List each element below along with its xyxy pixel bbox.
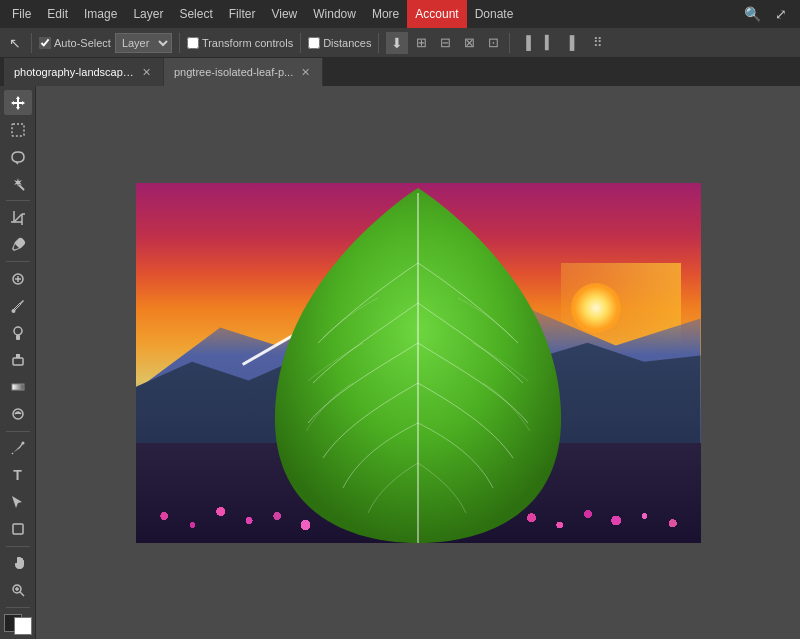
svg-line-22: [20, 592, 24, 596]
align-center-h-icon[interactable]: ⊟: [434, 32, 456, 54]
menu-account[interactable]: Account: [407, 0, 466, 28]
menu-edit[interactable]: Edit: [39, 0, 76, 28]
menu-file[interactable]: File: [4, 0, 39, 28]
tab-leaf-name: pngtree-isolated-leaf-p...: [174, 66, 293, 78]
tab-leaf-close[interactable]: ✕: [299, 66, 312, 79]
tab-landscape-close[interactable]: ✕: [140, 66, 153, 79]
menu-image[interactable]: Image: [76, 0, 125, 28]
distribute-right-icon[interactable]: ▌: [563, 32, 585, 54]
tool-sep4: [6, 546, 30, 547]
menu-bar: File Edit Image Layer Select Filter View…: [0, 0, 800, 28]
transform-controls-checkbox[interactable]: [187, 37, 199, 49]
svg-rect-16: [12, 384, 24, 390]
distribute-center-icon[interactable]: ▍: [539, 32, 561, 54]
distribute-equal-icon[interactable]: ⠿: [587, 32, 609, 54]
align-tools: ⬇ ⊞ ⊟ ⊠ ⊡ ▐ ▍ ▌ ⠿: [386, 32, 609, 54]
hand-tool[interactable]: [4, 551, 32, 576]
menu-window[interactable]: Window: [305, 0, 364, 28]
divider3: [300, 33, 301, 53]
menu-layer[interactable]: Layer: [125, 0, 171, 28]
dodge-tool[interactable]: [4, 401, 32, 426]
svg-rect-15: [13, 358, 23, 365]
zoom-tool[interactable]: [4, 578, 32, 603]
svg-point-18: [21, 441, 24, 444]
text-tool[interactable]: T: [4, 462, 32, 487]
menu-donate[interactable]: Donate: [467, 0, 522, 28]
background-color[interactable]: [14, 617, 32, 635]
svg-line-19: [12, 453, 13, 454]
eyedropper-tool[interactable]: [4, 232, 32, 257]
transform-controls-group: Transform controls: [187, 37, 293, 49]
svg-rect-14: [16, 335, 20, 340]
path-select-tool[interactable]: [4, 490, 32, 515]
align-right-icon[interactable]: ⊠: [458, 32, 480, 54]
stamp-tool[interactable]: [4, 320, 32, 345]
document-tabs: photography-landscape-a... ✕ pngtree-iso…: [0, 58, 800, 86]
menu-filter[interactable]: Filter: [221, 0, 264, 28]
tool-sep3: [6, 431, 30, 432]
marquee-tool[interactable]: [4, 117, 32, 142]
move-tool-arrow: ↖: [6, 34, 24, 52]
distances-group: Distances: [308, 37, 371, 49]
download-icon[interactable]: ⬇: [386, 32, 408, 54]
canvas-container: [136, 183, 701, 543]
align-top-icon[interactable]: ⊡: [482, 32, 504, 54]
distances-checkbox[interactable]: [308, 37, 320, 49]
tool-sep1: [6, 200, 30, 201]
align-left-icon[interactable]: ⊞: [410, 32, 432, 54]
search-icon[interactable]: 🔍: [739, 3, 766, 25]
fullscreen-icon[interactable]: ⤢: [770, 3, 792, 25]
layer-select[interactable]: Layer Group: [115, 33, 172, 53]
divider4: [378, 33, 379, 53]
tab-landscape-name: photography-landscape-a...: [14, 66, 134, 78]
leaf-overlay: [258, 183, 578, 543]
menu-view[interactable]: View: [263, 0, 305, 28]
distribute-left-icon[interactable]: ▐: [515, 32, 537, 54]
canvas-area: [36, 86, 800, 639]
brush-tool[interactable]: [4, 293, 32, 318]
crop-tool[interactable]: [4, 205, 32, 230]
left-toolbar: T: [0, 86, 36, 639]
svg-line-3: [19, 185, 24, 190]
svg-point-12: [11, 309, 15, 313]
move-tool[interactable]: [4, 90, 32, 115]
divider2: [179, 33, 180, 53]
tool-sep2: [6, 261, 30, 262]
auto-select-group: Auto-Select: [39, 37, 111, 49]
distances-label: Distances: [323, 37, 371, 49]
tab-leaf[interactable]: pngtree-isolated-leaf-p... ✕: [164, 58, 323, 86]
svg-rect-20: [13, 524, 23, 534]
tool-sep5: [6, 607, 30, 608]
options-toolbar: ↖ Auto-Select Layer Group Transform cont…: [0, 28, 800, 58]
transform-controls-label: Transform controls: [202, 37, 293, 49]
menu-more[interactable]: More: [364, 0, 407, 28]
leaf-svg: [258, 183, 578, 543]
menu-select[interactable]: Select: [171, 0, 220, 28]
main-area: T: [0, 86, 800, 639]
shape-tool[interactable]: [4, 517, 32, 542]
divider5: [509, 33, 510, 53]
lasso-tool[interactable]: [4, 144, 32, 169]
auto-select-checkbox[interactable]: [39, 37, 51, 49]
pen-tool[interactable]: [4, 435, 32, 460]
gradient-tool[interactable]: [4, 374, 32, 399]
divider1: [31, 33, 32, 53]
tab-landscape[interactable]: photography-landscape-a... ✕: [4, 58, 164, 86]
auto-select-label: Auto-Select: [54, 37, 111, 49]
healing-tool[interactable]: [4, 266, 32, 291]
wand-tool[interactable]: [4, 171, 32, 196]
eraser-tool[interactable]: [4, 347, 32, 372]
svg-point-13: [14, 327, 22, 335]
color-swatch[interactable]: [4, 614, 32, 635]
svg-line-8: [14, 214, 22, 222]
svg-rect-0: [12, 124, 24, 136]
